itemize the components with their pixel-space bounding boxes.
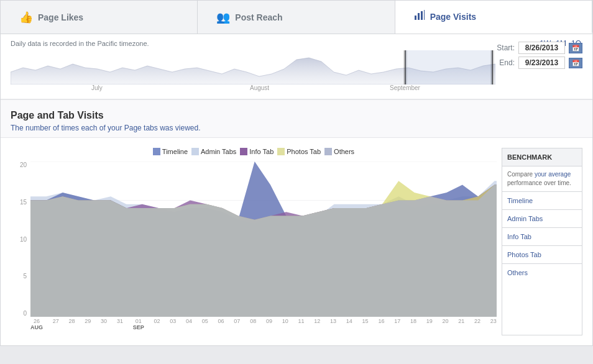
x-label-23: 23 bbox=[490, 318, 497, 330]
x-date-11: 11 bbox=[298, 318, 304, 324]
x-month-aug: AUG bbox=[30, 324, 43, 330]
legend-timeline: Timeline bbox=[153, 148, 188, 155]
x-date-14: 14 bbox=[346, 318, 352, 324]
x-date-13: 13 bbox=[330, 318, 336, 324]
y-5: 5 bbox=[23, 273, 27, 280]
x-label-09: 09 bbox=[266, 318, 272, 330]
x-label-18: 18 bbox=[410, 318, 416, 330]
post-reach-icon: 👥 bbox=[216, 11, 230, 24]
x-label-05: 05 bbox=[202, 318, 208, 330]
x-date-18: 18 bbox=[410, 318, 416, 324]
section-title: Page and Tab Visits bbox=[11, 110, 582, 121]
x-label-11: 11 bbox=[298, 318, 304, 330]
legend-admin-label: Admin Tabs bbox=[201, 148, 236, 155]
start-label: Start: bbox=[493, 43, 515, 52]
svg-rect-2 bbox=[421, 11, 423, 20]
x-date-02: 02 bbox=[154, 318, 160, 324]
x-axis-dates: 26AUG272829303101SEP02030405060708091011… bbox=[30, 318, 497, 330]
x-label-26: 26AUG bbox=[30, 318, 43, 330]
x-label-08: 08 bbox=[250, 318, 256, 330]
x-axis: 26AUG272829303101SEP02030405060708091011… bbox=[30, 317, 497, 335]
month-august: August bbox=[250, 84, 269, 91]
chart-legend: Timeline Admin Tabs Info Tab Photos Tab … bbox=[11, 148, 497, 155]
x-date-22: 22 bbox=[474, 318, 480, 324]
x-date-29: 29 bbox=[85, 318, 91, 324]
x-date-10: 10 bbox=[282, 318, 288, 324]
tab-page-visits[interactable]: Page Visits bbox=[395, 1, 592, 34]
benchmark-desc: Compare your average performance over ti… bbox=[502, 166, 582, 192]
end-date-row: End: 9/23/2013 📅 bbox=[493, 57, 582, 69]
x-date-17: 17 bbox=[394, 318, 400, 324]
legend-admin-color bbox=[191, 148, 199, 155]
chart-area: 20 15 10 5 0 bbox=[11, 162, 497, 335]
tab-post-reach-label: Post Reach bbox=[235, 12, 282, 22]
x-label-29: 29 bbox=[85, 318, 91, 330]
benchmark-admin-tabs[interactable]: Admin Tabs bbox=[502, 210, 582, 228]
legend-photos-label: Photos Tab bbox=[287, 148, 321, 155]
legend-info-color bbox=[240, 148, 247, 155]
benchmark-others[interactable]: Others bbox=[502, 264, 582, 281]
x-date-04: 04 bbox=[186, 318, 192, 324]
page-visits-icon bbox=[414, 9, 425, 24]
main-container: 👍 Page Likes 👥 Post Reach Page Visits Da… bbox=[0, 0, 593, 346]
page-likes-icon: 👍 bbox=[19, 11, 33, 24]
timeline-info-text: Daily data is recorded in the Pacific ti… bbox=[11, 40, 149, 47]
x-date-09: 09 bbox=[266, 318, 272, 324]
x-date-07: 07 bbox=[234, 318, 240, 324]
benchmark-link[interactable]: your average bbox=[535, 171, 571, 178]
legend-info-label: Info Tab bbox=[249, 148, 274, 155]
tab-page-likes-label: Page Likes bbox=[38, 12, 83, 22]
x-label-19: 19 bbox=[426, 318, 433, 330]
x-label-01: 01SEP bbox=[133, 318, 144, 330]
legend-others-label: Others bbox=[334, 148, 354, 155]
y-10: 10 bbox=[20, 236, 27, 243]
x-date-05: 05 bbox=[202, 318, 208, 324]
y-20: 20 bbox=[20, 162, 27, 168]
main-chart-svg bbox=[30, 162, 497, 317]
x-label-30: 30 bbox=[101, 318, 107, 330]
tab-page-likes[interactable]: 👍 Page Likes bbox=[1, 1, 198, 34]
y-15: 15 bbox=[20, 199, 27, 206]
x-date-15: 15 bbox=[362, 318, 369, 324]
legend-admin-tabs: Admin Tabs bbox=[191, 148, 236, 155]
x-date-28: 28 bbox=[69, 318, 75, 324]
month-labels: July August September bbox=[11, 84, 495, 93]
benchmark-timeline[interactable]: Timeline bbox=[502, 192, 582, 210]
end-label: End: bbox=[493, 58, 515, 67]
top-tabs: 👍 Page Likes 👥 Post Reach Page Visits bbox=[1, 1, 592, 34]
legend-others: Others bbox=[324, 148, 354, 155]
x-label-27: 27 bbox=[53, 318, 59, 330]
x-label-21: 21 bbox=[458, 318, 464, 330]
x-date-19: 19 bbox=[426, 318, 433, 324]
x-label-16: 16 bbox=[378, 318, 384, 330]
x-date-26: 26 bbox=[34, 318, 40, 324]
x-month-sep: SEP bbox=[133, 324, 144, 330]
x-date-20: 20 bbox=[443, 318, 449, 324]
legend-photos-tab: Photos Tab bbox=[277, 148, 321, 155]
x-label-03: 03 bbox=[170, 318, 176, 330]
benchmark-photos-tab[interactable]: Photos Tab bbox=[502, 246, 582, 264]
x-date-23: 23 bbox=[490, 318, 497, 324]
x-label-31: 31 bbox=[117, 318, 123, 330]
tab-post-reach[interactable]: 👥 Post Reach bbox=[198, 1, 395, 34]
svg-rect-1 bbox=[418, 13, 420, 20]
x-label-20: 20 bbox=[443, 318, 449, 330]
start-calendar-icon[interactable]: 📅 bbox=[569, 43, 582, 53]
x-date-06: 06 bbox=[218, 318, 224, 324]
end-calendar-icon[interactable]: 📅 bbox=[569, 58, 582, 68]
x-date-27: 27 bbox=[53, 318, 59, 324]
legend-others-color bbox=[324, 148, 332, 155]
x-label-22: 22 bbox=[474, 318, 480, 330]
benchmark-panel: BENCHMARK Compare your average performan… bbox=[502, 148, 582, 335]
benchmark-info-tab[interactable]: Info Tab bbox=[502, 228, 582, 246]
x-date-16: 16 bbox=[378, 318, 384, 324]
x-label-07: 07 bbox=[234, 318, 240, 330]
svg-rect-3 bbox=[424, 10, 425, 20]
chart-container: Timeline Admin Tabs Info Tab Photos Tab … bbox=[1, 138, 592, 345]
x-label-06: 06 bbox=[218, 318, 224, 330]
y-axis: 20 15 10 5 0 bbox=[11, 162, 29, 317]
legend-photos-color bbox=[277, 148, 285, 155]
section-subtitle: The number of times each of your Page ta… bbox=[11, 124, 582, 132]
benchmark-header: BENCHMARK bbox=[502, 148, 582, 166]
x-label-12: 12 bbox=[314, 318, 320, 330]
